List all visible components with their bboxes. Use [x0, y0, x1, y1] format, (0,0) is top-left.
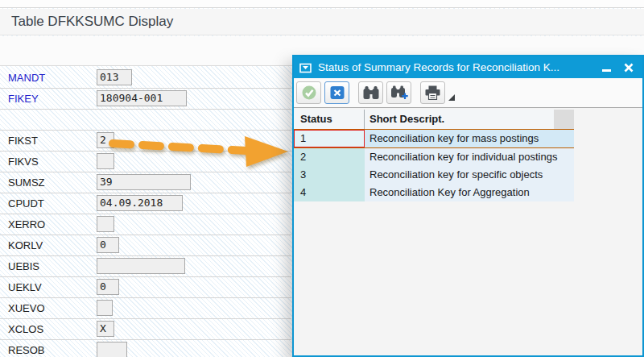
status-table: Status Short Descript. 1 Reconciliation …: [294, 110, 574, 201]
field-value: 0: [100, 280, 106, 293]
field-value-box[interactable]: X: [97, 321, 114, 337]
form-field-row: SUMSZ 39: [0, 172, 291, 193]
form-field-row: FIKEY 180904-001: [0, 89, 291, 110]
find-next-button[interactable]: [386, 81, 411, 104]
minimize-icon[interactable]: [597, 60, 615, 76]
printer-icon: [424, 85, 441, 100]
print-button[interactable]: [420, 81, 445, 104]
field-label: SUMSZ: [8, 176, 45, 189]
close-icon[interactable]: [620, 60, 638, 76]
field-label: XCLOS: [8, 323, 43, 335]
field-label: MANDT: [8, 72, 45, 84]
blue-x-icon: [329, 85, 345, 101]
popup-title: Status of Summary Records for Reconcilia…: [318, 61, 597, 73]
binoculars-plus-icon: [390, 85, 408, 100]
print-dropdown-icon[interactable]: [448, 94, 455, 101]
field-value-box[interactable]: 180904-001: [97, 90, 187, 106]
form-field-row: RESOB: [0, 340, 291, 357]
field-value: 2: [100, 134, 106, 146]
form-field-row: XUEVO: [0, 298, 291, 319]
continue-button[interactable]: [296, 81, 321, 104]
field-label: CPUDT: [8, 197, 44, 210]
table-header-row: Status Short Descript.: [294, 110, 574, 129]
page-title: Table DFKKSUMC Display: [0, 9, 644, 35]
form-field-row: KORLV 0: [0, 235, 291, 256]
field-value-box[interactable]: 04.09.2018: [97, 195, 183, 211]
field-label: UEKLV: [8, 281, 42, 293]
field-label: XERRO: [8, 218, 45, 230]
cancel-button[interactable]: [324, 81, 349, 104]
field-label: FIKVS: [8, 156, 39, 168]
form-field-row: UEKLV 0: [0, 277, 291, 298]
cell-status[interactable]: 3: [294, 166, 365, 184]
field-value: 013: [100, 71, 118, 83]
table-row[interactable]: 3 Reconciliation key for specific object…: [294, 166, 574, 184]
cell-status[interactable]: 2: [294, 148, 365, 166]
field-label: XUEVO: [8, 302, 45, 314]
field-value-box[interactable]: [97, 342, 127, 357]
cell-status[interactable]: 1: [294, 130, 365, 147]
form-spacer-row: [0, 110, 291, 131]
field-label: FIKEY: [8, 93, 39, 105]
form-field-row: XCLOS X: [0, 319, 291, 340]
field-value-box[interactable]: 39: [97, 174, 191, 190]
dialog-icon: [299, 62, 312, 73]
table-row[interactable]: 1 Reconciliation key for mass postings: [294, 129, 574, 148]
cell-status[interactable]: 4: [294, 184, 365, 201]
field-value-box[interactable]: 0: [97, 237, 119, 253]
form-field-row: XERRO: [0, 214, 291, 235]
title-bar-area: Table DFKKSUMC Display: [0, 9, 644, 35]
field-value-box[interactable]: 0: [97, 279, 119, 295]
field-value: X: [100, 322, 106, 334]
cell-short-descript[interactable]: Reconciliation key for individual postin…: [365, 148, 574, 166]
field-value: 39: [100, 176, 113, 188]
form-field-row: UEBIS: [0, 256, 291, 277]
field-value: 04.09.2018: [100, 197, 163, 209]
field-value-box[interactable]: [97, 300, 113, 316]
field-label: UEBIS: [8, 260, 39, 272]
annotation-arrow-icon: [108, 132, 298, 169]
column-header-filler: [554, 110, 574, 129]
green-check-icon: [301, 85, 317, 101]
binoculars-icon: [362, 85, 380, 100]
field-value-box[interactable]: [97, 216, 114, 232]
form-field-row: MANDT 013: [0, 68, 291, 89]
cell-short-descript[interactable]: Reconciliation key for mass postings: [365, 130, 574, 147]
column-header-status[interactable]: Status: [294, 110, 365, 129]
field-label: FIKST: [8, 135, 38, 147]
cell-short-descript[interactable]: Reconciliation key for specific objects: [365, 166, 574, 184]
table-row[interactable]: 4 Reconciliation Key for Aggregation: [294, 184, 574, 201]
cell-short-descript[interactable]: Reconciliation Key for Aggregation: [365, 184, 574, 201]
field-value: 0: [100, 239, 106, 251]
field-label: RESOB: [8, 344, 45, 356]
find-button[interactable]: [358, 81, 383, 104]
sap-window: Table DFKKSUMC Display MANDT 013 FIKEY 1…: [0, 0, 644, 357]
popup-toolbar: [294, 78, 642, 108]
field-form: MANDT 013 FIKEY 180904-001 FIKST 2 FIKVS…: [0, 68, 291, 357]
field-value-box[interactable]: [97, 258, 185, 274]
field-label: KORLV: [8, 239, 43, 251]
field-value: 180904-001: [100, 92, 163, 104]
form-field-row: CPUDT 04.09.2018: [0, 193, 291, 214]
popup-titlebar[interactable]: Status of Summary Records for Reconcilia…: [294, 56, 642, 78]
column-header-short-descript[interactable]: Short Descript.: [365, 110, 554, 129]
field-value-box[interactable]: 013: [97, 69, 132, 85]
top-strip: [0, 0, 644, 8]
table-row[interactable]: 2 Reconciliation key for individual post…: [294, 148, 574, 166]
value-help-popup: Status of Summary Records for Reconcilia…: [292, 55, 644, 357]
